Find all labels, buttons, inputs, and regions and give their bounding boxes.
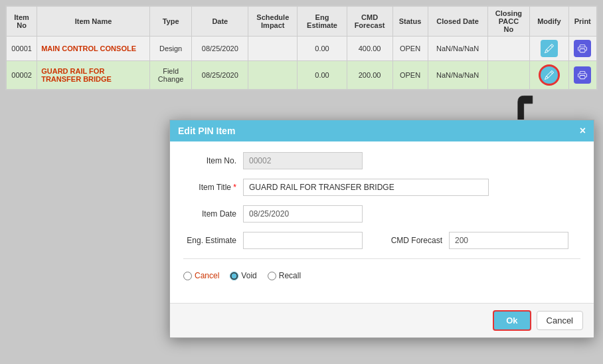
- cell-status: OPEN: [392, 61, 428, 90]
- cmd-forecast-label: CMD Forecast: [389, 236, 449, 245]
- radio-cancel-input[interactable]: [183, 272, 192, 280]
- print-button-row1[interactable]: [574, 40, 591, 57]
- cancel-button[interactable]: Cancel: [537, 311, 583, 330]
- radio-void-label: Void: [241, 271, 256, 280]
- cell-closed-date: NaN/Na/NaN: [428, 37, 487, 61]
- radio-void-input[interactable]: [230, 272, 238, 280]
- items-table: ItemNo Item Name Type Date ScheduleImpac…: [6, 6, 597, 90]
- cell-print[interactable]: [568, 37, 597, 61]
- radio-void[interactable]: Void: [230, 271, 256, 280]
- item-date-input[interactable]: [243, 205, 363, 223]
- col-header-type: Type: [149, 7, 192, 37]
- cell-date: 08/25/2020: [192, 61, 248, 90]
- cell-item-no: 00001: [7, 37, 37, 61]
- cell-type: FieldChange: [149, 61, 192, 90]
- cell-schedule-impact: [248, 61, 298, 90]
- modal-footer: Ok Cancel: [170, 303, 594, 337]
- form-row-radio: Cancel Void Recall: [183, 268, 580, 283]
- cell-modify[interactable]: [530, 37, 568, 61]
- col-header-item-no: ItemNo: [7, 7, 37, 37]
- modal-title: Edit PIN Item: [178, 126, 235, 136]
- table-row: 00002 GUARD RAIL FORTRANSFER BRIDGE Fiel…: [7, 61, 597, 90]
- status-radio-group: Cancel Void Recall: [183, 268, 301, 283]
- eng-estimate-input[interactable]: [243, 232, 363, 249]
- cell-closing-pacc: [487, 37, 530, 61]
- edit-pin-modal: Edit PIN Item × Item No. Item Title * It…: [169, 120, 594, 338]
- ok-button[interactable]: Ok: [493, 310, 531, 331]
- item-no-input[interactable]: [243, 152, 363, 169]
- modify-button-row2[interactable]: [539, 64, 560, 86]
- table-header-row: ItemNo Item Name Type Date ScheduleImpac…: [7, 7, 597, 37]
- main-table-container: ItemNo Item Name Type Date ScheduleImpac…: [5, 5, 598, 90]
- cell-type: Design: [149, 37, 192, 61]
- cell-item-name: GUARD RAIL FORTRANSFER BRIDGE: [37, 61, 150, 90]
- form-row-item-no: Item No.: [183, 152, 580, 169]
- cell-status: OPEN: [392, 37, 428, 61]
- modal-close-button[interactable]: ×: [580, 126, 586, 136]
- print-button-row2[interactable]: [574, 66, 591, 84]
- eng-estimate-group: Eng. Estimate: [183, 232, 363, 249]
- cell-item-name: MAIN CONTROL CONSOLE: [37, 37, 150, 61]
- cell-cmd-forecast: 200.00: [347, 61, 392, 90]
- form-row-estimates: Eng. Estimate CMD Forecast: [183, 232, 580, 249]
- col-header-status: Status: [392, 7, 428, 37]
- col-header-closed-date: Closed Date: [428, 7, 487, 37]
- modify-button-row1[interactable]: [541, 40, 558, 57]
- col-header-schedule-impact: ScheduleImpact: [248, 7, 298, 37]
- radio-cancel[interactable]: Cancel: [183, 271, 219, 280]
- cell-cmd-forecast: 400.00: [347, 37, 392, 61]
- cell-eng-estimate: 0.00: [298, 37, 347, 61]
- cmd-forecast-input[interactable]: [449, 232, 568, 249]
- form-divider: [183, 258, 580, 259]
- cell-closing-pacc: [487, 61, 530, 90]
- cell-eng-estimate: 0.00: [298, 61, 347, 90]
- col-header-modify: Modify: [530, 7, 568, 37]
- col-header-closing-pacc: ClosingPACCNo: [487, 7, 530, 37]
- cell-closed-date: NaN/Na/NaN: [428, 61, 487, 90]
- radio-recall[interactable]: Recall: [268, 271, 301, 280]
- item-date-label: Item Date: [183, 209, 243, 219]
- radio-recall-input[interactable]: [268, 272, 276, 280]
- col-header-date: Date: [192, 7, 248, 37]
- col-header-print: Print: [568, 7, 597, 37]
- col-header-eng-estimate: EngEstimate: [298, 7, 347, 37]
- form-row-item-title: Item Title *: [183, 179, 580, 196]
- cell-print[interactable]: [568, 61, 597, 90]
- col-header-item-name: Item Name: [37, 7, 150, 37]
- cell-modify[interactable]: [530, 61, 568, 90]
- cell-date: 08/25/2020: [192, 37, 248, 61]
- cell-item-no: 00002: [7, 61, 37, 90]
- radio-cancel-label: Cancel: [195, 271, 219, 280]
- radio-recall-label: Recall: [279, 271, 301, 280]
- modal-header: Edit PIN Item ×: [170, 120, 594, 141]
- cell-schedule-impact: [248, 37, 298, 61]
- modal-body: Item No. Item Title * Item Date Eng. Est…: [170, 141, 594, 303]
- cmd-forecast-group: CMD Forecast: [389, 232, 568, 249]
- form-row-item-date: Item Date: [183, 205, 580, 223]
- item-no-label: Item No.: [183, 156, 243, 165]
- col-header-cmd-forecast: CMDForecast: [347, 7, 392, 37]
- required-indicator: *: [233, 183, 236, 192]
- eng-estimate-label: Eng. Estimate: [183, 236, 243, 245]
- item-title-label: Item Title *: [183, 183, 243, 192]
- item-title-input[interactable]: [243, 179, 489, 196]
- table-row: 00001 MAIN CONTROL CONSOLE Design 08/25/…: [7, 37, 597, 61]
